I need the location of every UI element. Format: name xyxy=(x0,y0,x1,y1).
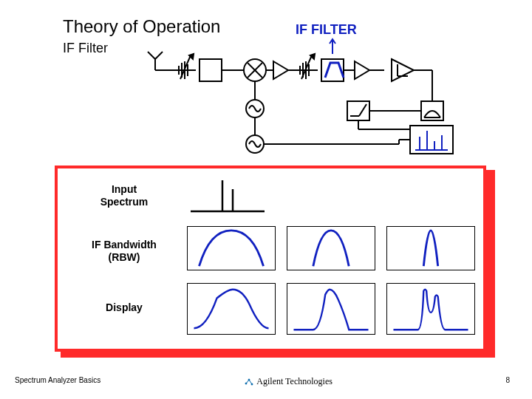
antenna-icon xyxy=(148,52,174,70)
display-medium-plot xyxy=(287,283,375,335)
row-label-if-bandwidth: IF Bandwidth(RBW) xyxy=(80,239,168,264)
rbw-wide-plot xyxy=(187,226,276,270)
rbw-medium-plot xyxy=(287,226,375,270)
amplifier-icon xyxy=(273,61,288,79)
svg-line-57 xyxy=(246,380,249,383)
row-label-input-spectrum: InputSpectrum xyxy=(91,183,157,208)
svg-line-58 xyxy=(249,380,252,384)
footer-left-text: Spectrum Analyzer Basics xyxy=(15,376,100,384)
envelope-detector-icon xyxy=(421,101,443,120)
footer-page-number: 8 xyxy=(505,376,510,384)
if-filter-icon xyxy=(321,39,344,81)
footer-brand: Agilent Technologies xyxy=(244,376,332,387)
footer-brand-text: Agilent Technologies xyxy=(256,376,332,386)
log-amp-icon xyxy=(392,59,414,81)
local-oscillator-icon xyxy=(246,81,264,117)
attenuator-icon xyxy=(174,54,196,79)
lpf-block-icon xyxy=(200,59,222,81)
input-spectrum-plot xyxy=(187,174,268,215)
amplifier-icon xyxy=(355,61,369,79)
svg-line-35 xyxy=(359,104,366,116)
row-label-display: Display xyxy=(98,301,150,314)
attenuator-icon xyxy=(296,54,318,79)
mixer-icon xyxy=(244,59,266,81)
svg-line-0 xyxy=(148,52,155,59)
display-wide-plot xyxy=(187,283,276,335)
display-block-icon xyxy=(410,126,453,154)
signal-chain-diagram xyxy=(140,33,466,159)
video-filter-icon xyxy=(347,101,421,120)
brand-spark-icon xyxy=(244,377,254,387)
rbw-narrow-plot xyxy=(386,226,475,270)
slide-subtitle: IF Filter xyxy=(63,41,108,56)
sweep-generator-icon xyxy=(246,117,410,153)
filter-comparison-panel: InputSpectrum IF Bandwidth(RBW) Display xyxy=(55,166,486,352)
display-narrow-plot xyxy=(386,283,475,335)
svg-line-1 xyxy=(155,52,163,59)
